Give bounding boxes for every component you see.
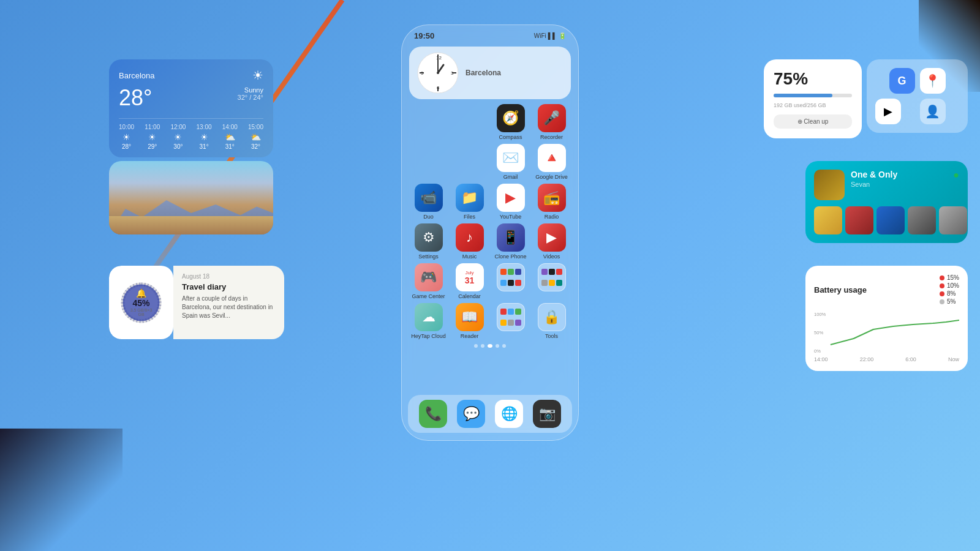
app-row-2: ✉️ Gmail 🔺 Google Drive — [408, 144, 572, 180]
dock-phone[interactable]: 📞 — [419, 400, 447, 428]
google-g-icon[interactable]: G — [889, 68, 915, 94]
gdrive-icon: 🔺 — [538, 144, 566, 172]
svg-text:9: 9 — [421, 70, 424, 76]
legend-item-3: 5% — [940, 298, 959, 305]
google-play-icon[interactable]: ▶ — [875, 99, 901, 124]
app-files[interactable]: 📁 Files — [452, 184, 488, 220]
app-row-3: 📹 Duo 📁 Files ▶ YouTube 📻 Radio — [408, 184, 572, 220]
app-calendar[interactable]: July 31 Calendar — [452, 263, 488, 299]
app-gamecenter[interactable]: 🎮 Game Center — [411, 263, 447, 299]
app-music[interactable]: ♪ Music — [452, 223, 488, 260]
calendar-icon: July 31 — [456, 263, 484, 291]
legend-dot-2 — [940, 291, 944, 296]
battery-title: Battery usage — [814, 285, 867, 294]
album-thumbnail-1[interactable] — [814, 206, 842, 234]
calendar-label: Calendar — [458, 293, 481, 299]
weather-sun-icon: ☀ — [252, 68, 263, 83]
app-heytap[interactable]: ☁ HeyTap Cloud — [411, 303, 447, 339]
dot-2[interactable] — [488, 344, 492, 348]
app-clonephone[interactable]: 📱 Clone Phone — [493, 223, 529, 260]
google-apps-widget: G 📍 ▶ 👤 — [867, 59, 968, 133]
dock-chrome[interactable]: 🌐 — [495, 400, 523, 428]
legend-dot-0 — [940, 276, 944, 280]
phone-dock: 📞 💬 🌐 📷 — [408, 395, 572, 433]
app-duo[interactable]: 📹 Duo — [411, 184, 447, 220]
heytap-icon: ☁ — [415, 303, 443, 331]
heytap-label: HeyTap Cloud — [411, 333, 446, 339]
clean-up-button[interactable]: ⊕ Clean up — [774, 114, 852, 129]
dot-1[interactable] — [481, 344, 484, 348]
page-indicator — [402, 344, 578, 348]
phone-clock-widget: 12 3 6 9 Barcelona — [409, 47, 571, 99]
album-thumbnail-2[interactable] — [845, 206, 873, 234]
app-gmail[interactable]: ✉️ Gmail — [493, 144, 529, 180]
album-thumbnail-5[interactable] — [939, 206, 967, 234]
svg-text:50%: 50% — [814, 330, 824, 335]
dot-0[interactable] — [474, 344, 478, 348]
app-folder-1[interactable] — [493, 263, 529, 299]
legend-item-0: 15% — [940, 274, 959, 281]
legend-item-2: 8% — [940, 290, 959, 297]
radio-label: Radio — [545, 214, 559, 220]
svg-text:3: 3 — [451, 70, 454, 76]
forecast-item-3: 13:00 ☀ 31° — [197, 124, 212, 150]
app-reader[interactable]: 📖 Reader — [452, 303, 488, 339]
music-albums-row — [814, 206, 959, 234]
clonephone-label: Clone Phone — [494, 253, 526, 260]
google-account-icon[interactable]: 👤 — [920, 99, 946, 124]
phone-mockup: 19:50 WiFi ▌▌ 🔋 12 3 6 9 — [401, 24, 579, 441]
forecast-item-0: 10:00 ☀ 28° — [119, 124, 134, 150]
google-maps-icon[interactable]: 📍 — [920, 68, 946, 94]
dock-camera[interactable]: 📷 — [533, 400, 561, 428]
app-settings[interactable]: ⚙ Settings — [411, 223, 447, 260]
app-radio[interactable]: 📻 Radio — [534, 184, 570, 220]
videos-icon: ▶ — [538, 223, 566, 252]
app-gdrive[interactable]: 🔺 Google Drive — [534, 144, 570, 180]
dot-3[interactable] — [496, 344, 499, 348]
settings-icon: ⚙ — [415, 223, 443, 252]
battery-header: Battery usage 15% 10% 8% 5% — [814, 274, 959, 305]
clonephone-icon: 📱 — [497, 223, 525, 252]
app-row-6: ☁ HeyTap Cloud 📖 Reader � — [408, 303, 572, 339]
storage-widget: 75% 192 GB used/256 GB ⊕ Clean up — [764, 59, 862, 138]
album-thumbnail-4[interactable] — [908, 206, 936, 234]
weather-forecast: 10:00 ☀ 28° 11:00 ☀ 29° 12:00 ☀ 30° 13:0… — [119, 118, 263, 150]
app-folder-3[interactable] — [493, 303, 529, 339]
dock-messages[interactable]: 💬 — [457, 400, 485, 428]
music-widget: One & Only Sevan ● — [805, 161, 968, 243]
storage-bar-background — [774, 94, 852, 97]
settings-label: Settings — [418, 253, 439, 260]
gauge-percent: 45% — [130, 298, 153, 308]
music-icon: ♪ — [456, 223, 484, 252]
travel-title: Travel diary — [182, 282, 276, 291]
storage-detail: 192 GB used/256 GB — [774, 102, 852, 108]
gauge-sub: 3.5 GB/8×3 GB — [130, 308, 153, 317]
music-album-thumbnail — [814, 170, 845, 200]
travel-text: After a couple of days in Barcelona, our… — [182, 294, 276, 320]
recorder-label: Recorder — [540, 134, 563, 140]
app-videos[interactable]: ▶ Videos — [534, 223, 570, 260]
travel-circle-gauge: 🔔 45% 3.5 GB/8×3 GB — [109, 266, 173, 339]
dot-4[interactable] — [502, 344, 506, 348]
radio-icon: 📻 — [538, 184, 566, 212]
album-thumbnail-3[interactable] — [876, 206, 905, 234]
app-compass[interactable]: 🧭 Compass — [493, 104, 529, 140]
compass-icon: 🧭 — [497, 104, 525, 132]
app-tools[interactable]: 🔒 Tools — [534, 303, 570, 339]
corner-decoration-bl — [0, 429, 123, 551]
gamecenter-icon: 🎮 — [415, 263, 443, 291]
duo-label: Duo — [423, 214, 434, 220]
gamecenter-label: Game Center — [412, 293, 445, 299]
phone-status-bar: 19:50 WiFi ▌▌ 🔋 — [402, 25, 578, 43]
sand-shape — [109, 216, 273, 234]
app-row-5: 🎮 Game Center July 31 Calendar — [408, 263, 572, 299]
battery-chart: 100% 50% 0% — [814, 311, 959, 354]
weather-widget: Barcelona ☀ 28° Sunny 32° / 24° 10:00 ☀ … — [109, 59, 273, 157]
app-recorder[interactable]: 🎤 Recorder — [534, 104, 570, 140]
reader-label: Reader — [461, 333, 479, 339]
app-folder-2[interactable] — [534, 263, 570, 299]
app-youtube[interactable]: ▶ YouTube — [493, 184, 529, 220]
files-label: Files — [464, 214, 475, 220]
folder-1-icon — [497, 263, 525, 291]
forecast-item-1: 11:00 ☀ 29° — [145, 124, 160, 150]
